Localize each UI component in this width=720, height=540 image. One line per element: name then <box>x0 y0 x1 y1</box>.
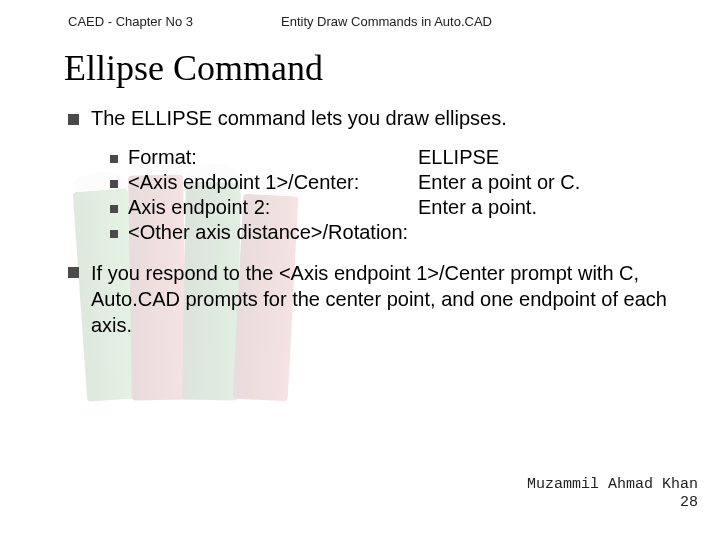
sub-right: ELLIPSE <box>418 146 499 169</box>
sub-right: Enter a point or C. <box>418 171 580 194</box>
header-right: Entity Draw Commands in Auto.CAD <box>281 14 492 29</box>
header-left: CAED - Chapter No 3 <box>68 14 193 29</box>
bullet-item: The ELLIPSE command lets you draw ellips… <box>68 107 690 130</box>
slide-header: CAED - Chapter No 3 Entity Draw Commands… <box>0 0 720 35</box>
sub-left: Axis endpoint 2: <box>128 196 418 219</box>
bullet-text: If you respond to the <Axis endpoint 1>/… <box>91 260 690 338</box>
footer-page: 28 <box>527 494 698 512</box>
footer-author: Muzammil Ahmad Khan <box>527 476 698 494</box>
sub-item: Format: ELLIPSE <box>110 146 690 169</box>
bullet-item: If you respond to the <Axis endpoint 1>/… <box>68 260 690 338</box>
square-bullet-icon <box>110 180 118 188</box>
sub-left: Format: <box>128 146 418 169</box>
slide-title: Ellipse Command <box>0 35 720 107</box>
square-bullet-icon <box>68 114 79 125</box>
square-bullet-icon <box>68 267 79 278</box>
sub-item: <Axis endpoint 1>/Center: Enter a point … <box>110 171 690 194</box>
sub-left: <Other axis distance>/Rotation: <box>128 221 418 244</box>
side-year: 2006 <box>0 0 10 118</box>
slide-footer: Muzammil Ahmad Khan 28 <box>527 476 698 512</box>
square-bullet-icon <box>110 205 118 213</box>
square-bullet-icon <box>110 155 118 163</box>
square-bullet-icon <box>110 230 118 238</box>
sub-item: <Other axis distance>/Rotation: <box>110 221 690 244</box>
sub-right: Enter a point. <box>418 196 537 219</box>
bullet-text: The ELLIPSE command lets you draw ellips… <box>91 107 507 130</box>
slide-content: CAED - Chapter No 3 Entity Draw Commands… <box>0 0 720 540</box>
sub-item: Axis endpoint 2: Enter a point. <box>110 196 690 219</box>
sub-list: Format: ELLIPSE <Axis endpoint 1>/Center… <box>110 146 690 244</box>
slide-body: The ELLIPSE command lets you draw ellips… <box>0 107 720 338</box>
sub-left: <Axis endpoint 1>/Center: <box>128 171 418 194</box>
